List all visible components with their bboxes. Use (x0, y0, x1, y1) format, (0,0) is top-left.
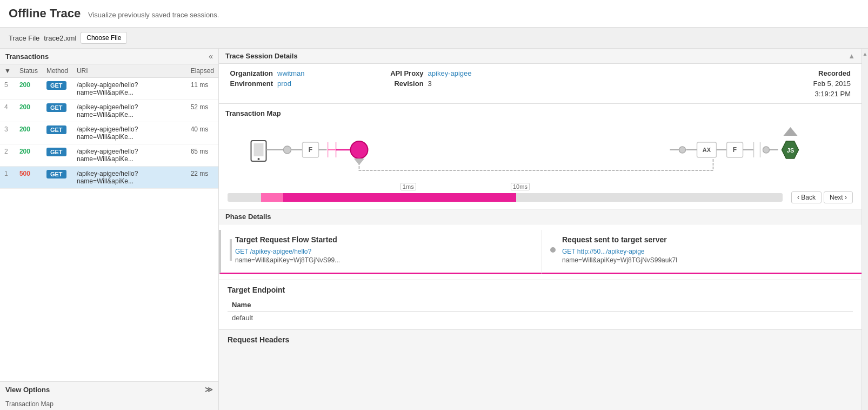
phase-card-1: Target Request Flow Started GET /apikey-… (219, 230, 542, 274)
request-headers-title: Request Headers (219, 329, 862, 347)
revision-item: Revision 3 (380, 80, 472, 88)
phase-card-2-link[interactable]: GET http://50.../apikey-apige (562, 248, 645, 255)
row-uri: /apikey-apigee/hello? name=Will&apiKe... (72, 167, 186, 189)
timeline-segment-1 (261, 193, 283, 202)
trace-filename: trace2.xml (44, 34, 76, 42)
endpoint-default-value: default (228, 312, 712, 325)
table-row[interactable]: 1 500 GET /apikey-apigee/hello? name=Wil… (0, 167, 218, 189)
proxy-label: API Proxy (380, 69, 424, 77)
row-elapsed: 52 ms (186, 100, 218, 122)
phase-card-2: Request sent to target server GET http:/… (542, 230, 862, 274)
phase-cards: Target Request Flow Started GET /apikey-… (219, 224, 862, 280)
session-details-row: Organization wwitman Environment prod AP… (219, 64, 862, 104)
transaction-map-title: Transaction Map (225, 109, 855, 117)
svg-rect-1 (254, 143, 264, 156)
request-headers-section: Request Headers (219, 329, 862, 347)
org-value: wwitman (277, 69, 305, 77)
page-title: Offline Trace (9, 6, 81, 20)
svg-point-4 (284, 146, 291, 154)
row-elapsed: 22 ms (186, 167, 218, 189)
svg-point-13 (351, 141, 368, 158)
table-row[interactable]: 5 200 GET /apikey-apigee/hello? name=Wil… (0, 78, 218, 100)
col-status: Status (15, 64, 42, 78)
revision-value: 3 (428, 80, 432, 88)
svg-marker-14 (354, 158, 365, 165)
phase-card-1-link[interactable]: GET /apikey-apigee/hello? (235, 248, 311, 255)
row-elapsed: 11 ms (186, 78, 218, 100)
endpoint-title: Target Endpoint (228, 286, 853, 294)
col-uri: URI (72, 64, 186, 78)
phase-card-1-indicator: Target Request Flow Started GET /apikey-… (230, 235, 532, 264)
endpoint-name-col: Name (228, 299, 712, 312)
page-header: Offline Trace Visualize previously saved… (0, 0, 868, 28)
row-uri: /apikey-apigee/hello? name=Will&apiKe... (72, 144, 186, 167)
endpoint-row: default (228, 312, 853, 325)
row-method: GET (42, 144, 72, 167)
collapse-trace-session-icon[interactable]: ▲ (848, 52, 855, 60)
svg-text:AX: AX (703, 147, 711, 153)
table-header-row: ▼ Status Method URI Elapsed (0, 64, 218, 78)
row-method: GET (42, 100, 72, 122)
flow-diagram: F (225, 122, 855, 181)
transaction-map-option: Transaction Map (5, 400, 54, 408)
transactions-table: ▼ Status Method URI Elapsed 5 200 GET /a… (0, 64, 218, 189)
next-button[interactable]: Next › (824, 191, 853, 203)
row-status: 500 (15, 167, 42, 189)
view-options-title: View Options (5, 386, 50, 394)
phase-details-header: Phase Details (219, 209, 862, 224)
row-num: 5 (0, 78, 15, 100)
view-options-content: Transaction Map (0, 397, 218, 410)
scroll-up-arrow[interactable]: ▲ (863, 51, 868, 57)
svg-point-2 (258, 158, 260, 160)
svg-text:F: F (309, 146, 312, 154)
timeline-row: ‹ Back Next › (225, 191, 855, 203)
phase-card-1-text: name=Will&apiKey=Wj8TGjNvS99... (235, 256, 340, 264)
row-num: 2 (0, 144, 15, 167)
view-options-header[interactable]: View Options ≫ (0, 382, 218, 397)
env-label: Environment (230, 80, 273, 88)
row-status: 200 (15, 78, 42, 100)
right-panel: Trace Session Details ▲ Organization wwi… (219, 49, 868, 410)
trace-file-bar: Trace File trace2.xml Choose File (0, 28, 868, 49)
row-num: 4 (0, 100, 15, 122)
trace-file-label: Trace File (9, 34, 39, 42)
table-row[interactable]: 2 200 GET /apikey-apigee/hello? name=Wil… (0, 144, 218, 167)
recorded-time: 3:19:21 PM (813, 90, 851, 98)
transaction-map-section: Transaction Map F (219, 104, 862, 209)
row-method: GET (42, 78, 72, 100)
row-method: GET (42, 122, 72, 144)
table-row[interactable]: 4 200 GET /apikey-apigee/hello? name=Wil… (0, 100, 218, 122)
timeline-segment-2 (283, 193, 516, 202)
col-sort[interactable]: ▼ (0, 64, 15, 78)
endpoint-section: Target Endpoint Name default (219, 280, 862, 329)
endpoint-table: Name default (228, 299, 853, 324)
choose-file-button[interactable]: Choose File (81, 32, 127, 44)
revision-label: Revision (380, 80, 424, 88)
row-uri: /apikey-apigee/hello? name=Will&apiKe... (72, 122, 186, 144)
phase-indicator-2 (550, 247, 556, 253)
transactions-header: Transactions « (0, 49, 218, 64)
transactions-title: Transactions (5, 52, 49, 61)
phase-card-2-text: name=Will&apiKey=Wj8TGjNvS99auk7I (562, 256, 677, 264)
row-method: GET (42, 167, 72, 189)
scrollbar[interactable]: ▲ (862, 49, 868, 410)
row-uri: /apikey-apigee/hello? name=Will&apiKe... (72, 100, 186, 122)
trace-session-title: Trace Session Details (225, 52, 298, 60)
row-elapsed: 65 ms (186, 144, 218, 167)
trace-session-header: Trace Session Details ▲ (219, 49, 862, 64)
page-subtitle: Visualize previously saved trace session… (88, 11, 219, 19)
nav-buttons: ‹ Back Next › (791, 191, 853, 203)
env-item: Environment prod (230, 80, 305, 88)
org-label: Organization (230, 69, 273, 77)
collapse-transactions-button[interactable]: « (209, 52, 213, 61)
right-content: Trace Session Details ▲ Organization wwi… (219, 49, 862, 410)
back-button[interactable]: ‹ Back (791, 191, 822, 203)
org-env-group: Organization wwitman Environment prod (230, 69, 305, 88)
proxy-item: API Proxy apikey-apigee (380, 69, 472, 77)
col-method: Method (42, 64, 72, 78)
table-row[interactable]: 3 200 GET /apikey-apigee/hello? name=Wil… (0, 122, 218, 144)
view-options-collapse-icon[interactable]: ≫ (205, 385, 213, 394)
phase-details-section: Phase Details Target Request Flow Starte… (219, 209, 862, 280)
row-elapsed: 40 ms (186, 122, 218, 144)
recorded-label: Recorded (813, 69, 851, 77)
